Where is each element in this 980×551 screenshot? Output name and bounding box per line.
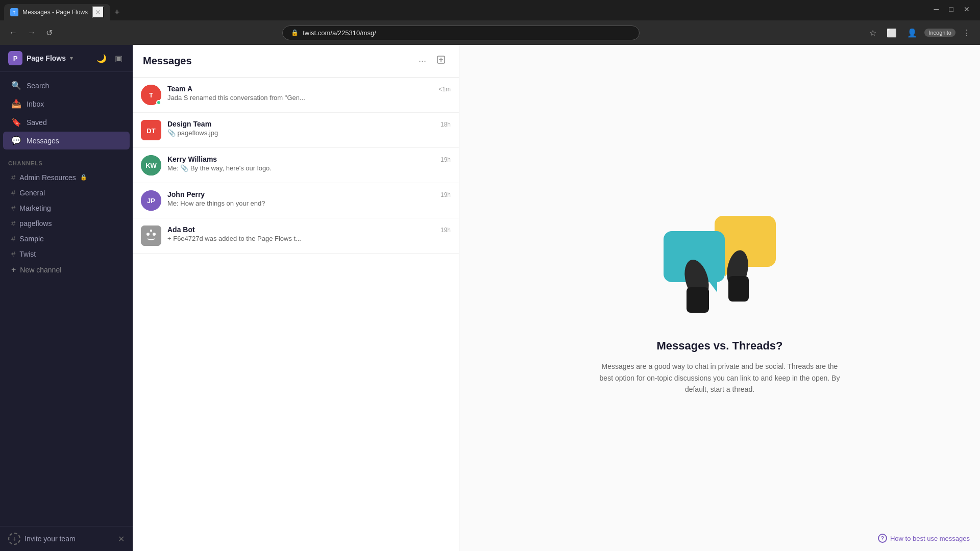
tab-close-button[interactable]: ✕ [92, 6, 104, 18]
channel-pageflows[interactable]: # pageflows [3, 216, 130, 231]
message-preview: 📎 pageflows.jpg [167, 129, 451, 137]
online-status [156, 100, 161, 105]
conversation-john-perry[interactable]: JP John Perry 19h Me: How are things on … [133, 183, 459, 218]
messages-list: T Team A <1m Jada S renamed this convers… [133, 78, 459, 551]
attachment-icon: 📎 [180, 164, 188, 172]
right-panel: Messages vs. Threads? Messages are a goo… [459, 45, 980, 551]
sender-name: Team A [167, 85, 192, 93]
maximize-button[interactable]: □ [945, 4, 958, 14]
hash-icon: # [11, 188, 15, 197]
plus-icon: + [11, 265, 16, 274]
reload-button[interactable]: ↺ [43, 26, 56, 40]
svg-rect-20 [687, 287, 709, 313]
channel-pageflows-label: pageflows [19, 219, 52, 228]
avatar-kerry-williams: KW [141, 155, 161, 176]
svg-text:T: T [13, 11, 16, 14]
workspace-chevron-icon: ▾ [70, 55, 73, 62]
inbox-icon: 📥 [11, 99, 21, 109]
layout-button[interactable]: ▣ [113, 52, 125, 65]
tab-title: Messages - Page Flows [22, 9, 88, 16]
messages-title: Messages [143, 55, 192, 67]
sidebar-item-inbox-label: Inbox [27, 100, 44, 108]
svg-text:KW: KW [145, 162, 157, 169]
saved-icon: 🔖 [11, 117, 21, 127]
conversation-team-a[interactable]: T Team A <1m Jada S renamed this convers… [133, 78, 459, 113]
channel-sample[interactable]: # Sample [3, 231, 130, 246]
hash-icon: # [11, 234, 15, 243]
channels-list: # Admin Resources 🔒 # General # Marketin… [0, 169, 133, 262]
menu-button[interactable]: ⋮ [960, 26, 974, 40]
channel-general[interactable]: # General [3, 185, 130, 200]
minimize-button[interactable]: ─ [930, 4, 943, 14]
message-content-design-team: Design Team 18h 📎 pageflows.jpg [167, 120, 451, 137]
new-channel-button[interactable]: + New channel [3, 262, 130, 278]
sidebar: P Page Flows ▾ 🌙 ▣ 🔍 Search 📥 Inbox 🔖 Sa… [0, 45, 133, 551]
messages-panel: Messages ··· T Team [133, 45, 459, 551]
message-time: <1m [438, 86, 451, 93]
incognito-badge: Incognito [924, 29, 955, 37]
forward-button[interactable]: → [24, 26, 39, 39]
more-options-button[interactable]: ··· [415, 54, 429, 68]
channel-admin-resources[interactable]: # Admin Resources 🔒 [3, 170, 130, 185]
sidebar-header: P Page Flows ▾ 🌙 ▣ [0, 45, 133, 72]
channels-label: Channels [8, 160, 43, 166]
close-window-button[interactable]: ✕ [960, 4, 974, 14]
hash-icon: # [11, 219, 15, 228]
message-content-ada-bot: Ada Bot 19h + F6e4727d was added to the … [167, 226, 451, 242]
conversation-design-team[interactable]: DT Design Team 18h 📎 pageflows.jpg [133, 113, 459, 148]
bookmark-button[interactable]: ☆ [866, 26, 879, 40]
sidebar-item-messages[interactable]: 💬 Messages [3, 132, 130, 149]
sender-name: John Perry [167, 190, 205, 198]
sidebar-nav: 🔍 Search 📥 Inbox 🔖 Saved 💬 Messages [0, 72, 133, 154]
help-link[interactable]: ? How to best use messages [878, 534, 970, 543]
channel-marketing[interactable]: # Marketing [3, 201, 130, 215]
conversation-kerry-williams[interactable]: KW Kerry Williams 19h Me: 📎 By the way, … [133, 148, 459, 183]
dismiss-invite-button[interactable]: ✕ [118, 534, 125, 544]
channel-sample-label: Sample [19, 235, 43, 243]
sidebar-item-search[interactable]: 🔍 Search [3, 77, 130, 94]
avatar-design-team: DT [141, 120, 161, 140]
message-content-team-a: Team A <1m Jada S renamed this conversat… [167, 85, 451, 102]
lock-icon: 🔒 [80, 174, 87, 181]
workspace-icon: P [8, 51, 22, 65]
workspace-name: Page Flows [27, 54, 66, 62]
browser-tab[interactable]: T Messages - Page Flows ✕ [4, 4, 110, 20]
avatar-ada-bot [141, 226, 161, 246]
svg-rect-22 [728, 276, 749, 302]
message-preview: + F6e4727d was added to the Page Flows t… [167, 235, 451, 242]
hash-icon: # [11, 249, 15, 258]
channel-twist[interactable]: # Twist [3, 246, 130, 261]
split-view-button[interactable]: ⬜ [884, 26, 900, 40]
sender-name: Kerry Williams [167, 155, 217, 163]
promo-description: Messages are a good way to chat in priva… [597, 361, 842, 395]
message-preview: Jada S renamed this conversation from "G… [167, 94, 451, 102]
sidebar-item-inbox[interactable]: 📥 Inbox [3, 95, 130, 113]
main-content: Messages ··· T Team [133, 45, 980, 551]
channels-section-header: Channels [0, 154, 133, 169]
account-button[interactable]: 👤 [904, 26, 920, 40]
svg-marker-18 [709, 282, 717, 292]
dark-mode-button[interactable]: 🌙 [94, 52, 109, 65]
channel-marketing-label: Marketing [19, 204, 51, 212]
message-time: 19h [440, 191, 451, 198]
compose-button[interactable] [433, 53, 449, 69]
new-channel-label: New channel [20, 266, 61, 274]
message-preview: Me: 📎 By the way, here's our logo. [167, 164, 451, 172]
svg-point-12 [146, 233, 150, 236]
promo-title: Messages vs. Threads? [656, 339, 782, 353]
attachment-icon: 📎 [167, 129, 176, 137]
sidebar-item-messages-label: Messages [27, 137, 59, 145]
avatar-team-a: T [141, 85, 161, 105]
new-tab-button[interactable]: + [110, 5, 124, 20]
invite-team-button[interactable]: + Invite your team [8, 533, 76, 545]
svg-rect-11 [141, 226, 161, 246]
header-actions: ··· [415, 53, 449, 69]
workspace-button[interactable]: P Page Flows ▾ [8, 51, 73, 65]
back-button[interactable]: ← [6, 26, 20, 39]
message-time: 19h [440, 227, 451, 234]
svg-text:T: T [149, 91, 153, 99]
conversation-ada-bot[interactable]: Ada Bot 19h + F6e4727d was added to the … [133, 218, 459, 254]
channel-general-label: General [19, 189, 45, 197]
sender-name: Design Team [167, 120, 211, 128]
sidebar-item-saved[interactable]: 🔖 Saved [3, 113, 130, 131]
